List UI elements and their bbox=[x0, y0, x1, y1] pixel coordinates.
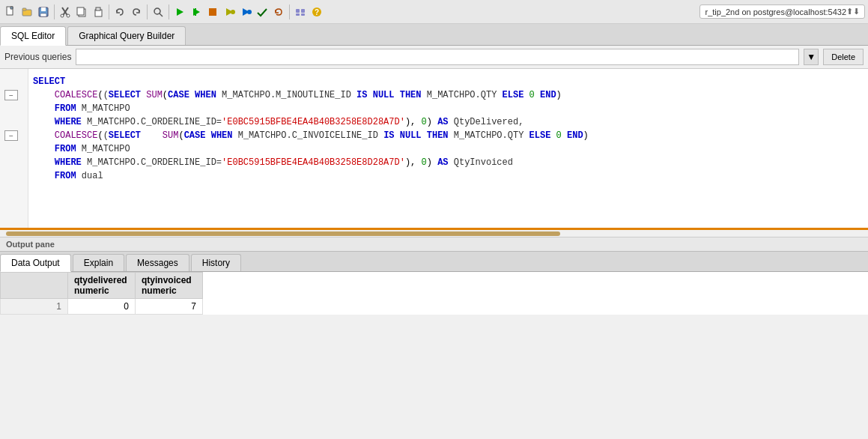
previous-queries-dropdown[interactable]: ▼ bbox=[804, 49, 819, 65]
sql-editor[interactable]: − − SELECT COALESCE((SELECT SUM(CASE WHE… bbox=[0, 69, 868, 230]
col-qtyinvoiced: qtyinvoiced numeric bbox=[136, 273, 203, 299]
separator-1 bbox=[54, 4, 55, 19]
svg-point-14 bbox=[154, 8, 160, 14]
tab-data-output[interactable]: Data Output bbox=[0, 254, 71, 272]
copy-icon[interactable] bbox=[74, 4, 89, 19]
redo-icon[interactable] bbox=[129, 4, 144, 19]
svg-rect-13 bbox=[96, 7, 100, 10]
separator-2 bbox=[109, 4, 109, 19]
sql-content[interactable]: SELECT COALESCE((SELECT SUM(CASE WHEN M_… bbox=[30, 69, 868, 189]
svg-rect-19 bbox=[209, 8, 216, 16]
svg-rect-4 bbox=[41, 7, 46, 11]
tab-messages[interactable]: Messages bbox=[126, 254, 189, 271]
previous-queries-bar: Previous queries ▼ Delete bbox=[0, 46, 868, 69]
save-icon[interactable] bbox=[36, 4, 51, 19]
scrollbar-thumb[interactable] bbox=[6, 231, 560, 236]
svg-rect-27 bbox=[301, 13, 305, 16]
row-number-cell: 1 bbox=[1, 299, 68, 315]
debug-icon[interactable] bbox=[189, 4, 204, 19]
col-qtydelivered: qtydelivered numeric bbox=[68, 273, 136, 299]
stop-icon[interactable] bbox=[205, 4, 220, 19]
output-pane-header: Output pane bbox=[0, 237, 868, 252]
separator-3 bbox=[147, 4, 148, 19]
col-qtydelivered-type: numeric bbox=[74, 285, 129, 296]
cell-qtydelivered: 0 bbox=[68, 299, 136, 315]
svg-rect-11 bbox=[77, 7, 84, 15]
output-tab-bar: Data Output Explain Messages History bbox=[0, 252, 868, 272]
main-tab-bar: SQL Editor Graphical Query Builder bbox=[0, 24, 868, 46]
connection-label: r_tip_2nd on postgres@localhost:5432 bbox=[705, 7, 846, 16]
svg-point-21 bbox=[231, 10, 235, 14]
search-icon[interactable] bbox=[151, 4, 166, 19]
open-icon[interactable] bbox=[19, 4, 34, 19]
results-table: qtydelivered numeric qtyinvoiced numeric… bbox=[0, 272, 203, 315]
col-qtyinvoiced-type: numeric bbox=[142, 285, 196, 296]
connection-selector[interactable]: r_tip_2nd on postgres@localhost:5432 ⬆⬇ bbox=[699, 4, 865, 19]
svg-rect-2 bbox=[22, 8, 26, 10]
editor-gutter: − − bbox=[0, 69, 28, 228]
editor-horizontal-scrollbar[interactable] bbox=[0, 230, 868, 237]
toolbar: ? r_tip_2nd on postgres@localhost:5432 ⬆… bbox=[0, 0, 868, 24]
separator-4 bbox=[169, 4, 169, 19]
svg-rect-5 bbox=[40, 13, 46, 16]
svg-line-15 bbox=[160, 13, 163, 16]
previous-queries-label: Previous queries bbox=[4, 52, 71, 62]
svg-rect-25 bbox=[301, 9, 305, 13]
separator-5 bbox=[289, 4, 290, 19]
delete-button[interactable]: Delete bbox=[823, 49, 864, 65]
tab-history[interactable]: History bbox=[191, 254, 241, 271]
new-icon[interactable] bbox=[3, 4, 18, 19]
cell-qtyinvoiced: 7 bbox=[136, 299, 203, 315]
svg-rect-26 bbox=[296, 13, 300, 16]
col-qtyinvoiced-name: qtyinvoiced bbox=[142, 275, 196, 285]
run-icon[interactable] bbox=[172, 4, 187, 19]
help-icon[interactable]: ? bbox=[309, 4, 324, 19]
macros-icon[interactable] bbox=[293, 4, 308, 19]
fold-indicator-2[interactable]: − bbox=[4, 130, 18, 141]
fold-indicator-1[interactable]: − bbox=[4, 90, 18, 100]
svg-rect-24 bbox=[296, 9, 300, 13]
paste-icon[interactable] bbox=[91, 4, 106, 19]
explain-icon[interactable] bbox=[222, 4, 237, 19]
svg-marker-17 bbox=[193, 8, 200, 16]
explain-analyze-icon[interactable] bbox=[238, 4, 253, 19]
svg-point-9 bbox=[67, 14, 70, 17]
row-number-header bbox=[1, 273, 68, 299]
svg-point-8 bbox=[61, 14, 64, 17]
commit-icon[interactable] bbox=[255, 4, 270, 19]
rollback-icon[interactable] bbox=[271, 4, 286, 19]
tab-sql-editor[interactable]: SQL Editor bbox=[0, 26, 66, 46]
cut-icon[interactable] bbox=[58, 4, 73, 19]
tab-explain[interactable]: Explain bbox=[73, 254, 124, 271]
table-row: 1 0 7 bbox=[1, 299, 203, 315]
svg-marker-16 bbox=[177, 8, 183, 16]
tab-graphical-query-builder[interactable]: Graphical Query Builder bbox=[67, 26, 186, 45]
svg-text:?: ? bbox=[315, 8, 319, 16]
data-grid: qtydelivered numeric qtyinvoiced numeric… bbox=[0, 272, 868, 315]
col-qtydelivered-name: qtydelivered bbox=[74, 275, 129, 285]
svg-point-23 bbox=[247, 10, 252, 14]
previous-queries-input[interactable] bbox=[76, 49, 799, 65]
undo-icon[interactable] bbox=[112, 4, 127, 19]
